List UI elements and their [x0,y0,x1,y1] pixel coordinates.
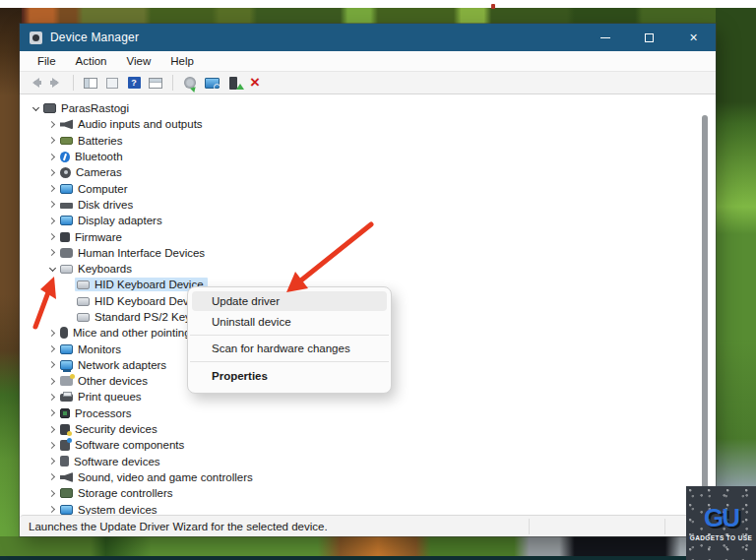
row-core[interactable]: Cameras [58,165,126,179]
tree-item-parasrastogi[interactable]: ParasRastogi [20,100,716,116]
chevron-right-icon[interactable] [46,491,58,496]
row-core[interactable]: Software devices [58,455,164,468]
chevron-right-icon[interactable] [46,395,58,400]
chevron-right-icon[interactable] [46,202,58,207]
tree-item-disk-drives[interactable]: Disk drives [20,197,716,213]
computer-device-icon [43,103,56,113]
monitor-device-icon [60,344,73,354]
chevron-right-icon[interactable] [46,186,58,191]
row-core[interactable]: Computer [58,182,132,196]
row-core[interactable]: ParasRastogi [41,101,133,115]
row-core[interactable]: Print queues [58,390,146,404]
tree-item-computer[interactable]: Computer [20,180,716,196]
row-core[interactable]: Batteries [58,134,126,148]
tree-item-audio-inputs-and-outputs[interactable]: Audio inputs and outputs [20,116,716,132]
context-menu-item-properties[interactable]: Properties [192,365,387,387]
tree-item-system-devices[interactable]: System devices [20,501,716,515]
uninstall-device-button[interactable] [244,73,266,93]
chevron-glyph [32,104,38,111]
row-core[interactable]: Network adapters [58,358,170,372]
menu-file[interactable]: File [30,53,64,69]
update-driver-software-button[interactable] [179,73,201,93]
row-core[interactable]: Software components [58,438,188,452]
chevron-right-icon[interactable] [46,218,58,223]
chevron-right-icon[interactable] [46,443,58,448]
chevron-right-icon[interactable] [46,155,58,159]
row-core[interactable]: Other devices [58,374,152,388]
row-core[interactable]: Keyboards [58,262,136,276]
action-pane-button[interactable] [145,73,166,93]
tree-item-cameras[interactable]: Cameras [20,164,716,180]
minimize-icon [600,37,610,38]
chevron-right-icon[interactable] [46,410,58,415]
chevron-glyph [47,345,54,352]
maximize-button[interactable] [627,24,671,51]
row-core[interactable]: Firmware [58,230,126,244]
minimize-button[interactable] [583,24,627,51]
row-core[interactable]: Disk drives [58,198,137,212]
action-pane-icon [149,78,162,89]
context-menu-item-uninstall-device[interactable]: Uninstall device [192,312,387,332]
tree-item-batteries[interactable]: Batteries [20,133,716,149]
chevron-right-icon[interactable] [46,170,58,175]
tree-item-bluetooth[interactable]: Bluetooth [20,149,716,164]
help-button[interactable] [123,73,145,93]
other-device-icon [60,376,73,386]
chevron-right-icon[interactable] [46,250,58,255]
tree-item-storage-controllers[interactable]: Storage controllers [20,485,716,501]
tree-item-sound-video-and-game-controllers[interactable]: Sound, video and game controllers [20,469,716,485]
tree-item-software-components[interactable]: Software components [20,437,716,453]
back-button[interactable] [24,73,45,93]
row-core[interactable]: Human Interface Devices [58,246,209,260]
chevron-right-icon[interactable] [46,346,58,351]
row-core[interactable]: Audio inputs and outputs [58,117,207,131]
tree-item-processors[interactable]: Processors [20,405,716,421]
context-menu-separator [190,335,389,336]
tree-item-display-adapters[interactable]: Display adapters [20,213,716,228]
row-core[interactable]: Monitors [58,342,125,356]
properties-icon [106,78,118,89]
chevron-right-icon[interactable] [46,427,58,432]
show-console-tree-button[interactable] [80,73,101,93]
tree-item-security-devices[interactable]: Security devices [20,421,716,437]
row-core[interactable]: Security devices [58,422,161,436]
audio-device-icon [60,472,73,482]
tree-item-firmware[interactable]: Firmware [20,228,716,244]
chevron-down-icon[interactable] [46,268,58,271]
chevron-right-icon[interactable] [46,331,58,336]
close-button[interactable]: × [671,24,716,51]
row-core[interactable]: Bluetooth [58,150,127,163]
keyboard-device-icon [77,297,90,306]
chevron-right-icon[interactable] [46,474,58,479]
row-core[interactable]: System devices [58,503,161,515]
tree-item-keyboards[interactable]: Keyboards [20,261,716,277]
gadgets-to-use-watermark: GU GADGETS TO USE [686,486,756,560]
title-bar[interactable]: Device Manager × [20,24,716,51]
chevron-down-icon[interactable] [30,107,41,110]
scan-hardware-changes-button[interactable] [201,73,222,93]
chevron-right-icon[interactable] [46,379,58,384]
forward-button[interactable] [45,73,67,93]
context-menu: Update driverUninstall deviceScan for ha… [187,286,392,394]
tree-item-human-interface-devices[interactable]: Human Interface Devices [20,245,716,261]
vertical-scrollbar-thumb[interactable] [702,115,708,499]
menu-action[interactable]: Action [68,53,115,69]
tree-item-software-devices[interactable]: Software devices [20,454,716,469]
chevron-right-icon[interactable] [46,507,58,512]
update-driver-software-icon [184,77,196,89]
row-core[interactable]: Processors [58,406,136,420]
chevron-right-icon[interactable] [46,138,58,143]
chevron-right-icon[interactable] [46,234,58,239]
row-core[interactable]: Storage controllers [58,486,177,500]
chevron-right-icon[interactable] [46,122,58,127]
menu-help[interactable]: Help [162,53,202,69]
menu-view[interactable]: View [119,53,159,69]
context-menu-item-update-driver[interactable]: Update driver [192,291,387,311]
chevron-right-icon[interactable] [46,459,58,464]
properties-button[interactable] [101,73,123,93]
context-menu-item-scan-for-hardware-changes[interactable]: Scan for hardware changes [192,339,387,358]
row-core[interactable]: Display adapters [58,214,166,227]
chevron-right-icon[interactable] [46,362,58,367]
row-core[interactable]: Sound, video and game controllers [58,470,257,484]
update-driver-button[interactable] [222,73,244,93]
